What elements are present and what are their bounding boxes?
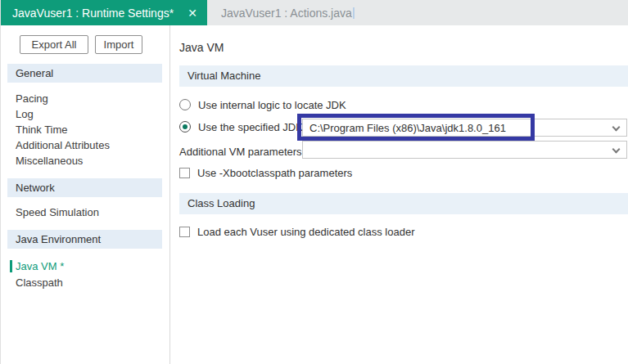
internal-logic-radio[interactable]	[179, 99, 191, 110]
specified-jdk-radio-label: Use the specified JDK	[198, 121, 303, 133]
export-all-button[interactable]: Export All	[20, 35, 88, 54]
tab-runtime-settings-label: JavaVuser1 : Runtime Settings*	[12, 7, 174, 20]
specified-jdk-radio[interactable]	[179, 121, 191, 133]
dedicated-loader-checkbox[interactable]	[179, 227, 190, 237]
sidebar-item-additional-attributes[interactable]: Additional Attributes	[16, 137, 110, 153]
tab-bar: JavaVuser1 : Runtime Settings* ✕ JavaVus…	[1, 0, 628, 25]
sidebar-item-log[interactable]: Log	[16, 106, 34, 122]
sidebar-section-java-environment: Java Environment	[7, 230, 162, 249]
class-loading-section-header: Class Loading	[179, 193, 628, 214]
sidebar-section-network: Network	[7, 178, 162, 197]
sidebar-item-think-time[interactable]: Think Time	[16, 122, 68, 137]
jdk-path-combobox[interactable]	[302, 119, 627, 137]
tab-actions-java-label: JavaVuser1 : Actions.java	[221, 7, 352, 20]
dedicated-loader-row: Load each Vuser using dedicated class lo…	[179, 225, 414, 238]
xbootclasspath-label: Use -Xbootclasspath parameters	[197, 167, 352, 179]
sidebar-section-general: General	[7, 64, 162, 83]
runtime-settings-window: JavaVuser1 : Runtime Settings* ✕ JavaVus…	[0, 0, 628, 364]
page-title: Java VM	[179, 41, 224, 54]
vm-params-label-row: Additional VM parameters	[179, 145, 302, 158]
close-icon[interactable]: ✕	[187, 7, 197, 19]
java-vm-panel: Java VM Virtual Machine Use internal log…	[171, 25, 628, 364]
dedicated-loader-label: Load each Vuser using dedicated class lo…	[197, 226, 414, 238]
settings-sidebar: Export All Import General Pacing Log Thi…	[1, 25, 170, 364]
import-button[interactable]: Import	[95, 35, 142, 54]
xbootclasspath-checkbox[interactable]	[179, 168, 190, 178]
radio-row-specified-jdk: Use the specified JDK	[179, 120, 303, 133]
jdk-path-input[interactable]	[303, 119, 626, 136]
sidebar-item-miscellaneous[interactable]: Miscellaneous	[16, 153, 83, 169]
virtual-machine-section-header: Virtual Machine	[179, 65, 628, 87]
selected-item-indicator	[10, 260, 12, 272]
vm-params-combobox[interactable]	[302, 141, 627, 159]
sidebar-item-pacing[interactable]: Pacing	[16, 91, 48, 106]
tab-runtime-settings[interactable]: JavaVuser1 : Runtime Settings* ✕	[1, 0, 207, 25]
sidebar-item-java-vm[interactable]: Java VM *	[16, 258, 64, 274]
sidebar-item-speed-simulation[interactable]: Speed Simulation	[16, 204, 99, 220]
tab-separator	[353, 7, 355, 19]
sidebar-item-classpath[interactable]: Classpath	[16, 275, 63, 290]
vm-params-input[interactable]	[303, 142, 626, 158]
tab-actions-java[interactable]: JavaVuser1 : Actions.java	[207, 0, 359, 25]
vm-params-label: Additional VM parameters	[179, 146, 302, 158]
internal-logic-radio-label: Use internal logic to locate JDK	[198, 99, 346, 111]
xbootclasspath-row: Use -Xbootclasspath parameters	[179, 166, 352, 179]
radio-row-internal-logic: Use internal logic to locate JDK	[179, 98, 346, 111]
